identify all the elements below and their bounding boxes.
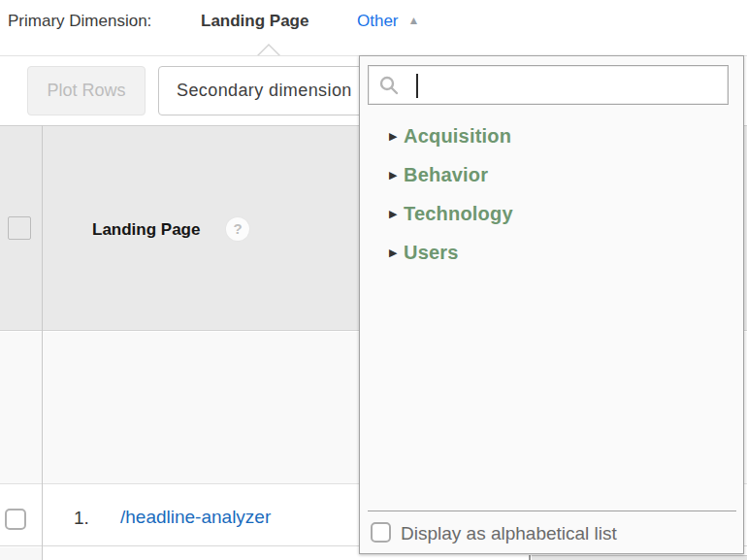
category-acquisition[interactable]: ▶ Acquisition <box>360 116 743 155</box>
analytics-report-view: Primary Dimension: Landing Page Other▲ P… <box>0 0 747 560</box>
search-icon <box>378 75 400 96</box>
landing-page-column-header[interactable]: Landing Page <box>92 220 200 240</box>
category-label: Technology <box>404 203 513 225</box>
row-checkbox[interactable] <box>5 509 26 530</box>
plot-rows-button[interactable]: Plot Rows <box>27 66 146 115</box>
primary-dimension-selected-tab[interactable]: Landing Page <box>201 12 309 31</box>
expander-icon: ▶ <box>389 130 404 143</box>
category-technology[interactable]: ▶ Technology <box>360 194 743 233</box>
alphabetical-checkbox-label[interactable]: Display as alphabetical list <box>401 523 617 544</box>
metric-column-area <box>532 555 747 560</box>
expander-icon: ▶ <box>389 208 404 220</box>
expander-icon: ▶ <box>389 247 404 259</box>
alphabetical-checkbox[interactable] <box>371 522 391 543</box>
category-label: Acquisition <box>404 125 511 148</box>
category-label: Users <box>404 242 459 264</box>
next-row-checkbox-column <box>0 547 42 560</box>
expander-icon: ▶ <box>389 169 404 181</box>
dimension-search-box[interactable] <box>368 65 729 105</box>
category-label: Behavior <box>404 164 488 186</box>
primary-dimension-label: Primary Dimension: <box>8 12 151 31</box>
text-cursor <box>416 74 418 98</box>
landing-page-link[interactable]: /headline-analyzer <box>120 507 271 528</box>
help-icon[interactable]: ? <box>226 217 249 241</box>
category-behavior[interactable]: ▶ Behavior <box>360 155 743 194</box>
category-users[interactable]: ▶ Users <box>360 233 743 272</box>
panel-divider <box>368 511 736 511</box>
select-all-checkbox[interactable] <box>8 216 31 240</box>
dimension-category-list: ▶ Acquisition ▶ Behavior ▶ Technology ▶ … <box>360 116 743 272</box>
row-index: 1. <box>74 508 89 529</box>
other-dimension-dropdown-toggle[interactable]: Other▲ <box>357 12 419 31</box>
column-divider <box>42 125 43 560</box>
active-tab-notch-fill <box>259 46 278 55</box>
metric-column-divider <box>529 555 531 560</box>
other-label: Other <box>357 12 399 30</box>
caret-up-icon: ▲ <box>408 14 420 27</box>
dimension-dropdown-panel: ▶ Acquisition ▶ Behavior ▶ Technology ▶ … <box>359 55 744 554</box>
dimension-search-input[interactable] <box>427 70 718 100</box>
